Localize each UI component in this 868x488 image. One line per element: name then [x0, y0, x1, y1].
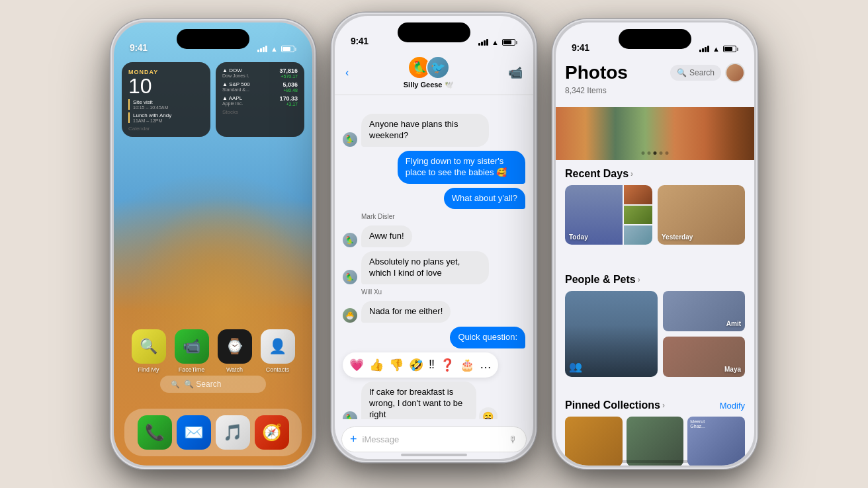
signal-bars-phone1 — [257, 46, 267, 52]
people-label-amit: Amit — [726, 320, 741, 327]
photos-user-avatar[interactable] — [725, 63, 745, 83]
dock-phone[interactable]: 📞 — [138, 415, 172, 450]
widget-calendar[interactable]: MONDAY 10 Site visit 10:15 – 10:45AM Lun… — [122, 62, 210, 137]
people-card-amit[interactable]: Amit — [663, 291, 745, 331]
app-contacts[interactable]: 👤 Contacts — [261, 329, 295, 373]
dock: 📞 ✉️ 🎵 🧭 — [124, 409, 302, 456]
emoji-more[interactable]: … — [480, 358, 492, 372]
recent-thumb-col — [624, 185, 652, 245]
recent-thumb-3 — [624, 225, 652, 245]
photos-search-label: Search — [689, 68, 715, 77]
wifi-icon-phone2: ▲ — [492, 38, 499, 46]
hero-dot-3 — [654, 151, 657, 155]
emoji-reaction-bar-row: 💗 👍 👎 🤣 ‼️ ❓ 🎂 … — [343, 352, 525, 378]
emoji-bar[interactable]: 💗 👍 👎 🤣 ‼️ ❓ 🎂 … — [343, 352, 498, 378]
messages-group-info[interactable]: 🦜 🐦 Silly Geese 🕊️ — [404, 56, 454, 89]
signal-bar-2-3 — [484, 40, 486, 46]
message-row-3: What about y'all? — [343, 188, 525, 210]
cal-event-time-1: 10:15 – 10:45AM — [133, 105, 204, 110]
bubble-8: If cake for breakfast is wrong, I don't … — [361, 382, 476, 419]
signal-bars-phone2 — [478, 39, 488, 46]
stock-aapl-val: 170.33 — [279, 95, 298, 102]
battery-phone2 — [502, 39, 517, 46]
message-row-5: 🦜 Absolutely no plans yet, which I kind … — [343, 251, 525, 284]
messages-header: ‹ 🦜 🐦 Silly Geese 🕊️ 📹 — [335, 50, 533, 95]
pinned-card-1[interactable] — [565, 417, 623, 466]
recent-card-today[interactable]: Today — [565, 185, 652, 245]
signal-bar-4 — [265, 46, 267, 52]
recent-card-yesterday-label: Yesterday — [662, 233, 693, 241]
emoji-exclaim[interactable]: ‼️ — [429, 358, 435, 372]
pinned-modify-button[interactable]: Modify — [720, 401, 745, 411]
pinned-collections-section: Pinned Collections › Modify MeerutGhaz..… — [556, 399, 754, 466]
typing-reaction-icon: 😄 — [479, 407, 498, 419]
cal-date: 10 — [128, 75, 204, 97]
emoji-laugh[interactable]: 🤣 — [409, 358, 423, 372]
pinned-title[interactable]: Pinned Collections › — [565, 399, 665, 411]
widget-stocks[interactable]: ▲ DOW Dow Jones I. 37,816 +570.17 — [216, 62, 304, 137]
dock-mail[interactable]: ✉️ — [177, 415, 211, 450]
bubble-1: Anyone have plans this weekend? — [361, 114, 489, 147]
pinned-card-2[interactable] — [627, 417, 684, 466]
imessage-input[interactable]: iMessage — [363, 434, 503, 444]
stock-sp500-sub: Standard &... — [222, 87, 250, 92]
signal-bar-3-4 — [707, 46, 709, 52]
emoji-thumbsup[interactable]: 👍 — [369, 358, 384, 372]
stock-dow-sub: Dow Jones I. — [222, 73, 249, 78]
stock-sp500-change: +80.48 — [282, 88, 298, 93]
imessage-mic-button[interactable]: 🎙 — [509, 434, 518, 445]
app-findmy[interactable]: 🔍 Find My — [132, 329, 166, 373]
watch-icon: ⌚ — [218, 329, 252, 364]
group-name: Silly Geese 🕊️ — [404, 81, 454, 89]
people-pets-title[interactable]: People & Pets › — [565, 274, 745, 286]
signal-bar-3 — [263, 47, 265, 52]
video-call-button[interactable]: 📹 — [508, 65, 523, 80]
stock-aapl: ▲ AAPL Apple Inc. 170.33 +3.17 — [222, 95, 298, 106]
home-icons: 🔍 Find My 📹 FaceTime ⌚ Watch 👤 Contacts — [114, 329, 312, 373]
pinned-card-3[interactable]: MeerutGhaz... — [687, 417, 745, 466]
emoji-thumbsdown[interactable]: 👎 — [389, 358, 404, 372]
recent-thumb-2 — [624, 206, 652, 225]
emoji-question[interactable]: ❓ — [440, 358, 455, 372]
people-card-maya[interactable]: Maya — [663, 337, 745, 377]
photos-search-icon: 🔍 — [677, 68, 687, 77]
people-grid: 👥 Amit Maya — [565, 291, 745, 377]
message-row-1: 🦜 Anyone have plans this weekend? — [343, 114, 525, 147]
people-label-maya: Maya — [724, 366, 741, 373]
emoji-cake[interactable]: 🎂 — [460, 358, 474, 372]
recent-days-label: Recent Days — [565, 168, 629, 180]
widget-label-stocks: Stocks — [222, 109, 298, 115]
cal-event-title-2: Lunch with Andy — [133, 112, 204, 118]
back-button[interactable]: ‹ — [345, 67, 349, 79]
photos-hero[interactable] — [556, 107, 754, 160]
stock-dow-name: ▲ DOW — [222, 67, 249, 73]
photos-search-button[interactable]: 🔍 Search — [670, 65, 721, 81]
battery-phone3 — [723, 46, 738, 52]
wifi-icon-phone3: ▲ — [713, 45, 720, 53]
home-search[interactable]: 🔍 🔍 Search — [160, 376, 266, 393]
signal-bar-1 — [257, 50, 259, 52]
signal-bar-2 — [260, 48, 262, 52]
signal-bar-2-1 — [478, 43, 480, 46]
dock-compass[interactable]: 🧭 — [255, 415, 289, 450]
findmy-label: Find My — [138, 366, 159, 373]
people-card-large[interactable]: 👥 — [565, 291, 658, 377]
app-watch[interactable]: ⌚ Watch — [218, 329, 252, 373]
status-time-phone1: 9:41 — [130, 42, 148, 53]
emoji-heart[interactable]: 💗 — [349, 358, 364, 372]
bubble-7: Quick question: — [450, 327, 525, 348]
imessage-plus-button[interactable]: + — [350, 432, 357, 446]
dock-music[interactable]: 🎵 — [216, 415, 250, 450]
signal-bar-3-2 — [702, 48, 704, 52]
photos-count: 8,342 Items — [565, 86, 745, 95]
recent-card-yesterday[interactable]: Yesterday — [658, 185, 745, 245]
photos-title-row: Photos 🔍 Search — [565, 62, 745, 83]
stock-aapl-name: ▲ AAPL — [222, 95, 243, 101]
bubble-2: Flying down to my sister's place to see … — [398, 151, 525, 184]
recent-days-title[interactable]: Recent Days › — [565, 168, 745, 180]
hero-dot-4 — [660, 151, 663, 155]
chat-area: 🦜 Anyone have plans this weekend? Flying… — [335, 108, 533, 419]
app-facetime[interactable]: 📹 FaceTime — [175, 329, 209, 373]
home-search-label: 🔍 Search — [184, 380, 221, 389]
people-pets-label: People & Pets — [565, 274, 636, 286]
